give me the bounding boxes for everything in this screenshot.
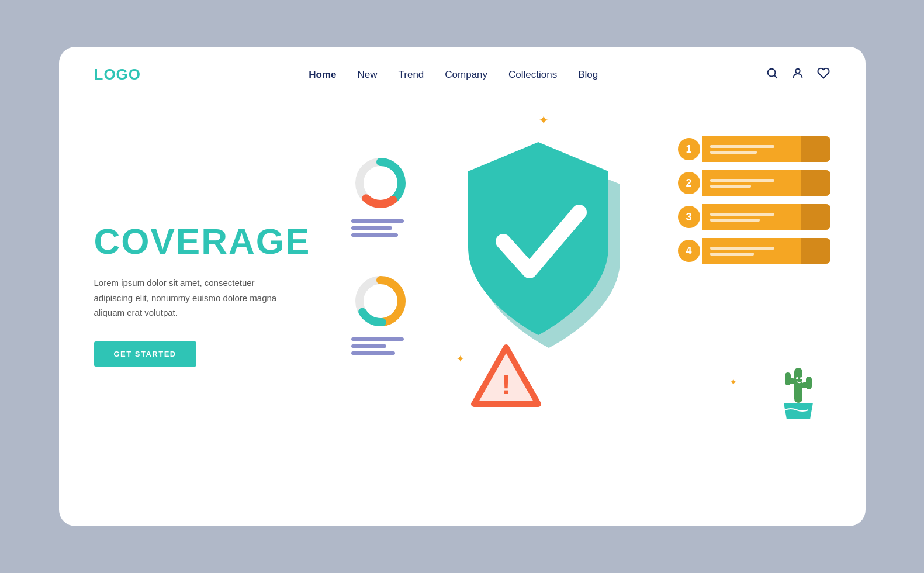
search-icon[interactable]: [766, 67, 778, 82]
donut-chart-2: [351, 272, 410, 355]
list-bar-2: [702, 170, 830, 196]
chart-line: [351, 219, 404, 223]
list-bar-3: [702, 204, 830, 230]
hero-left: COVERAGE Lorem ipsum dolor sit amet, con…: [94, 198, 340, 367]
nav-home[interactable]: Home: [309, 69, 336, 80]
list-num-3: 3: [676, 204, 702, 230]
logo: LOGO: [94, 65, 141, 84]
nav-company[interactable]: Company: [445, 69, 487, 80]
hero-description: Lorem ipsum dolor sit amet, consectetuer…: [94, 275, 293, 320]
chart-line: [351, 233, 398, 237]
warning-triangle: !: [468, 341, 544, 411]
sparkle-icon: ✦: [538, 113, 549, 128]
shield-graphic: [445, 130, 632, 353]
list-item: 2: [676, 170, 830, 196]
svg-point-6: [369, 171, 392, 195]
chart-line: [351, 337, 404, 341]
hero-illustration: ✦ ✦ ✦: [340, 107, 830, 458]
nav-new[interactable]: New: [358, 69, 378, 80]
coverage-list: 1 2: [676, 136, 830, 264]
svg-point-20: [796, 377, 798, 379]
nav-icons: [766, 67, 830, 82]
navbar: LOGO Home New Trend Company Collections …: [59, 47, 866, 95]
user-icon[interactable]: [791, 67, 804, 82]
page-card: LOGO Home New Trend Company Collections …: [59, 47, 866, 526]
list-item: 1: [676, 136, 830, 162]
main-content: COVERAGE Lorem ipsum dolor sit amet, con…: [59, 95, 866, 493]
list-item: 3: [676, 204, 830, 230]
svg-rect-15: [794, 368, 802, 403]
svg-text:!: !: [501, 369, 511, 400]
sparkle-icon-3: ✦: [729, 377, 737, 388]
get-started-button[interactable]: GET STARTED: [94, 341, 196, 367]
cactus-decoration: [772, 350, 825, 423]
hero-title: COVERAGE: [94, 222, 340, 261]
list-num-1: 1: [676, 136, 702, 162]
chart-lines-2: [351, 337, 410, 355]
chart-line: [351, 226, 392, 230]
svg-point-2: [796, 69, 800, 73]
nav-collections[interactable]: Collections: [508, 69, 557, 80]
list-num-4: 4: [676, 238, 702, 264]
svg-rect-19: [806, 377, 812, 389]
heart-icon[interactable]: [817, 67, 830, 82]
svg-point-10: [369, 289, 392, 313]
chart-lines-1: [351, 219, 410, 237]
chart-line: [351, 351, 395, 355]
donut-charts: [351, 154, 410, 355]
list-num-2: 2: [676, 170, 702, 196]
list-bar-4: [702, 238, 830, 264]
svg-rect-17: [785, 372, 791, 385]
sparkle-icon-2: ✦: [456, 353, 464, 364]
donut-chart-1: [351, 154, 410, 237]
svg-line-1: [775, 75, 777, 78]
nav-trend[interactable]: Trend: [399, 69, 424, 80]
list-bar-1: [702, 136, 830, 162]
nav-blog[interactable]: Blog: [578, 69, 598, 80]
list-item: 4: [676, 238, 830, 264]
chart-line: [351, 344, 386, 348]
svg-point-21: [800, 377, 802, 379]
nav-links: Home New Trend Company Collections Blog: [309, 69, 598, 81]
